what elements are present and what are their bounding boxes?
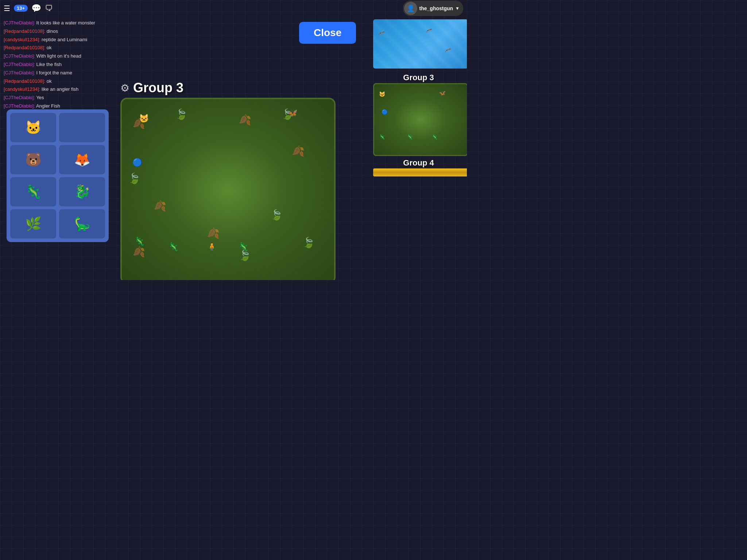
small-creature: 🦟	[378, 29, 385, 36]
small-creature: 🦟	[425, 27, 433, 34]
pokemon-cell[interactable]: 🐱	[10, 113, 56, 142]
chat-user: [Redpanda010108]:	[4, 28, 45, 34]
chevron-down-icon: ▼	[455, 6, 460, 11]
chat-icon[interactable]: 💬	[31, 4, 41, 13]
right-group3-label: Group 3	[373, 73, 464, 82]
gold-bar	[373, 168, 467, 176]
main-arena: 🍂 🍃 🍂 🍃 🍂 🍃 🍂 🍃 🍂 🍃 🍂 🍃 🐱 🦋 🔵 🦎 🦎 🧍 🦎	[120, 98, 336, 280]
pokemon-grid: 🐱 🐻 🦊 🦎 🐉 🌿 🦕	[7, 109, 109, 242]
chat-line: [Redpanda010108]: dinos	[4, 28, 113, 35]
username: the_ghostgun	[419, 5, 453, 11]
chat-line: [CJTheDiablo]: It looks like a water mon…	[4, 19, 113, 27]
chat-user: [CJTheDiablo]:	[4, 70, 35, 75]
group3-title: ⚙ Group 3	[120, 80, 183, 96]
right-panel: 🦟 🦟 🦟 Group 3 🐱 🦋 🔵 🦎 🦎 🦎 Group 4	[370, 16, 467, 176]
chat-line: [Redpanda010108]: ok	[4, 44, 113, 52]
small-creature: 🦋	[439, 90, 445, 96]
gear-icon[interactable]: ⚙	[120, 82, 129, 94]
pokemon-cell[interactable]: 🦊	[59, 145, 105, 174]
creature-sprite: 🦋	[287, 108, 297, 118]
creature-sprite: 🐱	[139, 114, 149, 123]
creature-sprite: 🦎	[135, 237, 144, 246]
chat-message: Yes	[36, 95, 44, 100]
leaf-decoration: 🍃	[128, 172, 141, 184]
small-creature: 🦎	[431, 134, 438, 140]
small-creature: 🐱	[379, 91, 385, 97]
avatar: 👤	[404, 2, 417, 15]
creature-sprite: 🧍	[207, 242, 217, 252]
chat-line: [candyskull1234]: like an angler fish	[4, 86, 113, 93]
water-preview[interactable]: 🦟 🦟 🦟	[373, 19, 467, 69]
chat-message: ok	[47, 45, 52, 50]
right-group4-label: Group 4	[373, 158, 464, 168]
chat-line: [CJTheDiablo]: I forgot the name	[4, 69, 113, 77]
chat-user: [CJTheDiablo]:	[4, 62, 35, 67]
leaf-decoration: 🍃	[302, 237, 315, 249]
chat-user: [CJTheDiablo]:	[4, 95, 35, 100]
leaf-decoration: 🍃	[270, 209, 283, 221]
hamburger-icon[interactable]: ☰	[4, 4, 10, 13]
creature-sprite: 🦎	[169, 242, 178, 252]
pokemon-cell[interactable]: 🦕	[59, 209, 105, 238]
leaf-decoration: 🍂	[207, 227, 220, 239]
chat-line: [CJTheDiablo]: With light on it's head	[4, 52, 113, 60]
chat-message: ok	[47, 78, 52, 84]
small-creature: 🦎	[407, 134, 413, 140]
right-arena-preview[interactable]: 🐱 🦋 🔵 🦎 🦎 🦎	[373, 83, 467, 156]
chat-message: Angler Fish	[36, 103, 60, 109]
chat-user: [candyskull1234]:	[4, 86, 40, 92]
water-wave	[373, 19, 467, 69]
chat-message: reptide and Luminami	[42, 37, 87, 42]
leaf-decoration: 🍂	[292, 145, 305, 157]
leaf-decoration: 🍃	[175, 108, 188, 120]
chat-message: like an angler fish	[42, 86, 78, 92]
chat-user: [CJTheDiablo]:	[4, 53, 35, 59]
chat-user: [candyskull1234]:	[4, 37, 40, 42]
chat-user: [CJTheDiablo]:	[4, 103, 35, 109]
pokemon-cell[interactable]: 🌿	[10, 209, 56, 238]
leaf-decoration: 🍂	[239, 114, 251, 126]
creature-sprite: 🦎	[239, 242, 248, 252]
pokemon-cell[interactable]: 🦎	[10, 177, 56, 206]
leaf-decoration: 🍂	[132, 246, 145, 258]
chat-message: dinos	[47, 28, 58, 34]
pokemon-cell[interactable]: 🐉	[59, 177, 105, 206]
group3-heading: Group 3	[133, 80, 183, 96]
chat-line: [Redpanda010108]: ok	[4, 78, 113, 85]
chat-message: It looks like a water monster	[36, 20, 95, 26]
close-button[interactable]: Close	[299, 22, 356, 44]
chat-user: [Redpanda010108]:	[4, 78, 45, 84]
creature-sprite: 🔵	[132, 158, 142, 167]
chat-line: [CJTheDiablo]: Like the fish	[4, 61, 113, 69]
leaf-decoration: 🍂	[154, 200, 166, 212]
chat-user: [Redpanda010108]:	[4, 45, 45, 50]
small-creature: 🔵	[382, 109, 388, 115]
chat-message: I forgot the name	[36, 70, 72, 75]
small-creature: 🦟	[444, 46, 452, 53]
chat-message: With light on it's head	[36, 53, 81, 59]
message-icon[interactable]: 🗨	[45, 4, 53, 13]
small-creature: 🦎	[379, 134, 385, 140]
chat-line: [CJTheDiablo]: Angler Fish	[4, 102, 113, 110]
pokemon-cell[interactable]	[59, 113, 105, 142]
top-bar: ☰ 13+ 💬 🗨 👤 the_ghostgun ▼	[0, 0, 467, 16]
chat-line: [CJTheDiablo]: Yes	[4, 94, 113, 102]
notification-badge[interactable]: 13+	[14, 5, 28, 12]
chat-message: Like the fish	[36, 62, 62, 67]
pokemon-cell[interactable]: 🐻	[10, 145, 56, 174]
user-button[interactable]: 👤 the_ghostgun ▼	[403, 1, 463, 16]
chat-line: [candyskull1234]: reptide and Luminami	[4, 36, 113, 44]
chat-user: [CJTheDiablo]:	[4, 20, 35, 26]
